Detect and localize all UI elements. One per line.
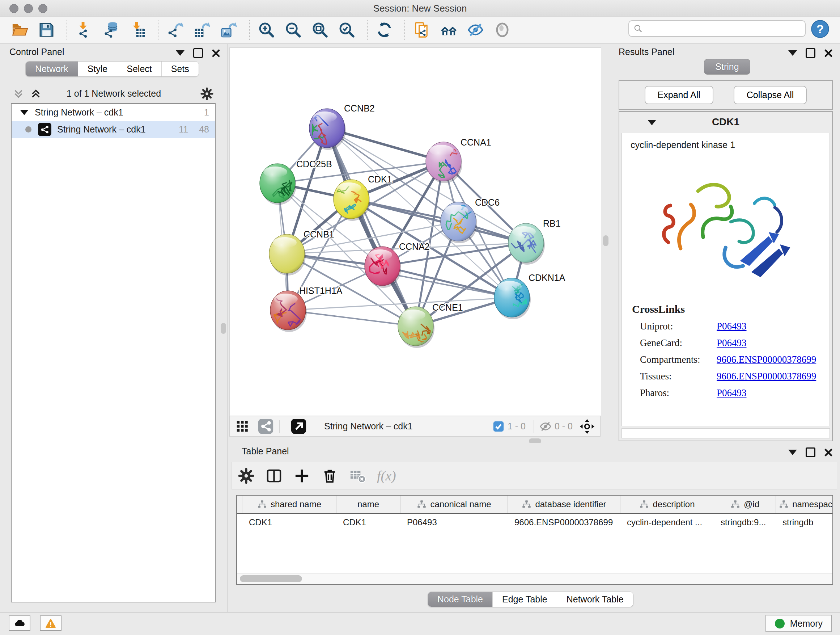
left-splitter-handle[interactable] bbox=[221, 323, 226, 334]
crosslink-genecard-link[interactable]: P06493 bbox=[717, 337, 747, 348]
houses-icon[interactable] bbox=[439, 21, 458, 40]
network-collection-row[interactable]: String Network – cdk1 1 bbox=[11, 104, 215, 121]
node-label-CCNA1: CCNA1 bbox=[461, 137, 491, 147]
search-input[interactable] bbox=[646, 23, 805, 34]
node-label-CDK1: CDK1 bbox=[368, 174, 392, 184]
import-network-file-icon[interactable] bbox=[74, 21, 93, 40]
open-external-icon[interactable] bbox=[291, 418, 307, 434]
node-CCNE1[interactable] bbox=[398, 307, 434, 348]
memory-status-icon bbox=[775, 619, 785, 629]
scrollbar-thumb[interactable] bbox=[240, 575, 302, 582]
table-row[interactable]: CDK1CDK1P064939606.ENSP00000378699cyclin… bbox=[237, 514, 832, 531]
crosslink-tissues-link[interactable]: 9606.ENSP00000378699 bbox=[717, 371, 816, 382]
export-image-icon[interactable] bbox=[219, 21, 238, 40]
float-panel-icon[interactable] bbox=[806, 448, 815, 457]
table-cell: stringdb:9... bbox=[714, 517, 776, 527]
node-HIST1H1A[interactable] bbox=[270, 291, 307, 332]
tab-node-table[interactable]: Node Table bbox=[428, 592, 493, 607]
crosslink-uniprot-link[interactable]: P06493 bbox=[717, 321, 747, 332]
hide-selected-eye-slash-icon[interactable] bbox=[466, 21, 485, 40]
memory-button[interactable]: Memory bbox=[766, 615, 832, 632]
float-panel-icon[interactable] bbox=[806, 48, 815, 58]
cloud-icon bbox=[14, 618, 25, 629]
node-CDK1[interactable] bbox=[333, 180, 370, 221]
add-column-icon[interactable] bbox=[294, 467, 310, 485]
network-row-selected[interactable]: String Network – cdk1 11 48 bbox=[11, 121, 215, 138]
zoom-in-icon[interactable] bbox=[257, 21, 276, 40]
collapse-all-button[interactable]: Collapse All bbox=[734, 86, 807, 104]
gene-section-header[interactable]: CDK1 bbox=[619, 112, 832, 133]
crosslink-row: Tissues:9606.ENSP00000378699 bbox=[640, 371, 829, 382]
tab-select[interactable]: Select bbox=[117, 62, 161, 76]
node-CDKN1A[interactable] bbox=[494, 278, 531, 319]
tab-sets[interactable]: Sets bbox=[161, 62, 199, 76]
table-horizontal-scrollbar[interactable] bbox=[237, 573, 832, 584]
selected-checkbox-icon[interactable] bbox=[493, 420, 505, 432]
grid-view-icon[interactable] bbox=[235, 418, 252, 434]
table-gear-icon[interactable] bbox=[238, 467, 255, 485]
zoom-out-icon[interactable] bbox=[284, 21, 302, 40]
column-header-shared-name[interactable]: shared name bbox=[242, 496, 336, 513]
crosslink-label: Pharos: bbox=[640, 387, 717, 399]
help-icon[interactable]: ? bbox=[810, 19, 830, 39]
expand-all-button[interactable]: Expand All bbox=[645, 86, 714, 104]
node-label-HIST1H1A: HIST1H1A bbox=[299, 286, 343, 296]
crosslinks-title: CrossLinks bbox=[632, 303, 829, 315]
zoom-selected-icon[interactable] bbox=[337, 21, 356, 40]
share-network-icon[interactable] bbox=[257, 418, 274, 434]
tree-expand-icon[interactable] bbox=[20, 110, 28, 115]
gear-icon[interactable] bbox=[200, 87, 214, 101]
table-panel-controls bbox=[788, 448, 833, 457]
import-network-database-icon[interactable] bbox=[101, 21, 120, 40]
open-session-icon[interactable] bbox=[10, 21, 29, 40]
birdseye-view-icon[interactable] bbox=[579, 418, 595, 434]
close-panel-icon[interactable] bbox=[824, 448, 833, 457]
column-header-description[interactable]: description bbox=[621, 496, 714, 513]
export-table-icon[interactable] bbox=[193, 21, 211, 40]
close-panel-icon[interactable] bbox=[824, 49, 833, 57]
show-eye-icon[interactable] bbox=[493, 21, 512, 40]
import-table-icon[interactable] bbox=[128, 21, 147, 40]
control-panel: Control Panel NetworkStyleSelectSets 1 o… bbox=[0, 44, 228, 613]
node-CDC25B[interactable] bbox=[260, 164, 296, 205]
crosslink-compartments-link[interactable]: 9606.ENSP00000378699 bbox=[717, 354, 816, 365]
export-network-icon[interactable] bbox=[166, 21, 185, 40]
column-header-canonical-name[interactable]: canonical name bbox=[401, 496, 508, 513]
node-CCNA1[interactable] bbox=[426, 142, 462, 183]
node-RB1[interactable] bbox=[508, 223, 545, 264]
tab-network-table[interactable]: Network Table bbox=[557, 592, 633, 607]
zoom-fit-icon[interactable] bbox=[310, 21, 329, 40]
node-CCNB1[interactable] bbox=[269, 234, 306, 276]
delete-column-trash-icon[interactable] bbox=[321, 467, 338, 485]
warning-button[interactable] bbox=[40, 616, 62, 631]
tab-style[interactable]: Style bbox=[78, 62, 117, 76]
right-splitter-handle[interactable] bbox=[603, 235, 608, 246]
collapse-panel-icon[interactable] bbox=[788, 50, 797, 56]
function-builder-icon: f(x) bbox=[377, 468, 396, 484]
network-canvas[interactable]: CCNB2CCNA1CDC25BCDK1CDC6RB1CCNB1CCNA2CDK… bbox=[229, 48, 601, 416]
network-node-count: 11 bbox=[179, 124, 188, 135]
column-header-database-identifier[interactable]: database identifier bbox=[508, 496, 621, 513]
collapse-panel-icon[interactable] bbox=[788, 450, 797, 455]
column-header-@id[interactable]: @id bbox=[714, 496, 776, 513]
node-CCNB2[interactable] bbox=[309, 109, 346, 150]
crosslink-label: Uniprot: bbox=[640, 321, 717, 332]
column-header-namespac[interactable]: namespac bbox=[776, 496, 833, 513]
crosslink-pharos-link[interactable]: P06493 bbox=[717, 387, 747, 399]
node-CCNA2[interactable] bbox=[365, 247, 401, 288]
network-edge-count: 48 bbox=[199, 124, 209, 135]
save-session-icon[interactable] bbox=[37, 21, 56, 40]
collapse-panel-icon[interactable] bbox=[176, 50, 185, 56]
cloud-button[interactable] bbox=[9, 616, 30, 631]
tab-string[interactable]: String bbox=[704, 59, 750, 74]
tab-edge-table[interactable]: Edge Table bbox=[493, 592, 557, 607]
float-panel-icon[interactable] bbox=[193, 48, 203, 58]
tab-network[interactable]: Network bbox=[26, 62, 78, 76]
current-network-title: String Network – cdk1 bbox=[324, 421, 413, 432]
row-gutter bbox=[237, 496, 242, 513]
split-columns-icon[interactable] bbox=[265, 467, 283, 485]
document-network-icon[interactable] bbox=[412, 21, 431, 40]
refresh-network-icon[interactable] bbox=[375, 21, 393, 40]
close-panel-icon[interactable] bbox=[212, 49, 220, 57]
column-header-name[interactable]: name bbox=[336, 496, 401, 513]
